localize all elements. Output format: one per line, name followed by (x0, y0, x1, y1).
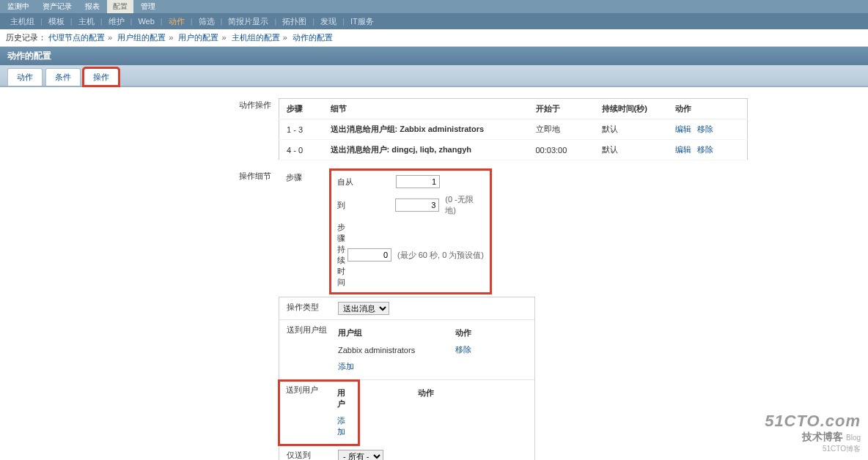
th-step: 步骤 (279, 99, 323, 119)
nav-template[interactable]: 模板 (48, 16, 65, 27)
th-detail: 细节 (323, 99, 529, 119)
nav-slideshow[interactable]: 简报片显示 (228, 16, 268, 27)
onlysend-select[interactable]: - 所有 - (338, 450, 383, 460)
to-input[interactable] (395, 199, 439, 212)
table-row: 4 - 0 送出消息给用户: dingcj, liqb, zhangyh 00:… (279, 140, 748, 160)
remove-group[interactable]: 移除 (455, 345, 471, 354)
bc-0[interactable]: 代理节点的配置 (48, 33, 105, 42)
tab-condition[interactable]: 条件 (45, 68, 81, 86)
dur-input[interactable] (347, 248, 391, 261)
page-title: 动作的配置 (0, 47, 868, 65)
add-group[interactable]: 添加 (338, 362, 354, 371)
breadcrumb: 历史记录： 代理节点的配置» 用户组的配置» 用户的配置» 主机组的配置» 动作… (0, 29, 868, 47)
remove-link[interactable]: 移除 (697, 125, 713, 133)
nav-filter[interactable]: 筛选 (199, 16, 215, 27)
top-tab-assets[interactable]: 资产记录 (37, 0, 78, 13)
content: 动作操作 步骤 细节 开始于 持续时间(秒) 动作 1 - 3 送出消息给用户组… (0, 87, 868, 460)
sendgroup-label: 送到用户组 (287, 324, 338, 375)
tab-operation[interactable]: 操作 (84, 68, 119, 86)
from-label: 自从 (337, 177, 396, 188)
dur-label: 步骤持续时间 (337, 222, 347, 288)
bc-2[interactable]: 用户的配置 (178, 33, 218, 42)
top-tab-monitor[interactable]: 监测中 (1, 0, 35, 13)
optype-label: 操作类型 (287, 302, 338, 315)
breadcrumb-label: 历史记录： (6, 33, 46, 42)
th-action: 动作 (668, 99, 748, 119)
to-hint: (0 -无限地) (445, 194, 484, 216)
nav-maint[interactable]: 维护 (108, 16, 125, 27)
senduser-label: 送到用户 (286, 385, 337, 440)
tab-action[interactable]: 动作 (7, 68, 43, 86)
top-tab-admin[interactable]: 管理 (135, 0, 161, 13)
top-tabs: 监测中 资产记录 报表 配置 管理 (0, 0, 868, 13)
top-tab-reports[interactable]: 报表 (79, 0, 106, 13)
nav-host[interactable]: 主机 (78, 16, 95, 27)
bc-1[interactable]: 用户组的配置 (117, 33, 166, 42)
nav-hostgroup[interactable]: 主机组 (10, 16, 34, 27)
onlysend-label: 仅送到 (287, 450, 338, 460)
detail-label: 操作细节 (227, 169, 279, 182)
nav-action[interactable]: 动作 (169, 16, 185, 27)
sub-nav: 主机组| 模板| 主机| 维护| Web| 动作| 筛选| 简报片显示| 拓扑图… (0, 13, 868, 29)
add-user[interactable]: 添加 (337, 416, 345, 436)
nav-it[interactable]: IT服务 (350, 16, 374, 27)
steps-label: 步骤 (279, 169, 330, 294)
detail-section: 操作细节 步骤 自从 到 (0 -无限地) 步骤持续时间 (227, 169, 853, 460)
nav-web[interactable]: Web (138, 17, 154, 26)
top-tab-config[interactable]: 配置 (107, 0, 133, 13)
edit-link[interactable]: 编辑 (675, 125, 691, 133)
tabs-row: 动作 条件 操作 (0, 65, 868, 87)
optype-select[interactable]: 送出消息 (338, 302, 389, 315)
remove-link[interactable]: 移除 (697, 145, 713, 154)
from-input[interactable] (396, 175, 440, 188)
dur-hint: (最少 60 秒, 0 为预设值) (397, 250, 484, 261)
bc-3[interactable]: 主机组的配置 (232, 33, 280, 42)
to-label: 到 (337, 200, 395, 211)
bc-4[interactable]: 动作的配置 (293, 33, 333, 42)
ops-section: 动作操作 步骤 细节 开始于 持续时间(秒) 动作 1 - 3 送出消息给用户组… (227, 98, 853, 160)
edit-link[interactable]: 编辑 (675, 145, 691, 154)
ops-table: 步骤 细节 开始于 持续时间(秒) 动作 1 - 3 送出消息给用户组: Zab… (279, 98, 748, 160)
ops-label: 动作操作 (227, 98, 279, 111)
nav-discovery[interactable]: 发现 (320, 16, 336, 27)
th-start: 开始于 (529, 99, 595, 119)
table-row: 1 - 3 送出消息给用户组: Zabbix administrators 立即… (279, 119, 748, 140)
nav-topo[interactable]: 拓扑图 (282, 16, 306, 27)
th-duration: 持续时间(秒) (595, 99, 668, 119)
